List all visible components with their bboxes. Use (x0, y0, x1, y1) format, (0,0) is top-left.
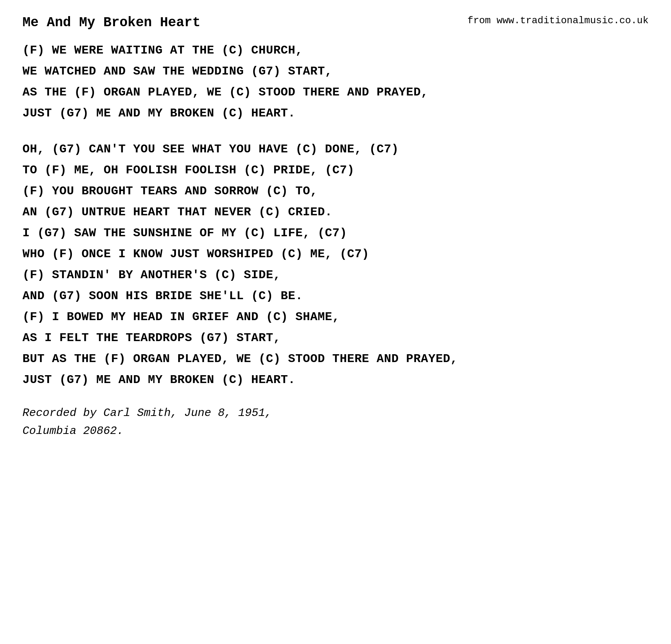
lyric-line: TO (F) ME, OH FOOLISH FOOLISH (C) PRIDE,… (22, 161, 649, 179)
lyric-line: I (G7) SAW THE SUNSHINE OF MY (C) LIFE, … (22, 224, 649, 242)
lyric-line: BUT AS THE (F) ORGAN PLAYED, WE (C) STOO… (22, 350, 649, 368)
lyric-line: WE WATCHED AND SAW THE WEDDING (G7) STAR… (22, 63, 649, 80)
lyric-line: OH, (G7) CAN'T YOU SEE WHAT YOU HAVE (C)… (22, 140, 649, 158)
lyric-line (22, 125, 649, 133)
lyric-line: (F) STANDIN' BY ANOTHER'S (C) SIDE, (22, 266, 649, 284)
recorded-line1: Recorded by Carl Smith, June 8, 1951, (22, 407, 272, 419)
source-url: from www.traditionalmusic.co.uk (467, 15, 649, 26)
song-title: Me And My Broken Heart (22, 15, 200, 30)
lyric-line: (F) YOU BROUGHT TEARS AND SORROW (C) TO, (22, 182, 649, 200)
lyric-line: (F) I BOWED MY HEAD IN GRIEF AND (C) SHA… (22, 308, 649, 326)
page-header: Me And My Broken Heart from www.traditio… (22, 15, 649, 30)
lyric-line: AND (G7) SOON HIS BRIDE SHE'LL (C) BE. (22, 287, 649, 305)
recorded-info: Recorded by Carl Smith, June 8, 1951, Co… (22, 404, 649, 440)
lyric-line: (F) WE WERE WAITING AT THE (C) CHURCH, (22, 42, 649, 60)
lyric-line: AN (G7) UNTRUE HEART THAT NEVER (C) CRIE… (22, 203, 649, 221)
lyric-line: JUST (G7) ME AND MY BROKEN (C) HEART. (22, 104, 649, 122)
lyric-line: WHO (F) ONCE I KNOW JUST WORSHIPED (C) M… (22, 245, 649, 263)
lyric-line: AS THE (F) ORGAN PLAYED, WE (C) STOOD TH… (22, 83, 649, 101)
recorded-line2: Columbia 20862. (22, 425, 124, 437)
lyrics-container: (F) WE WERE WAITING AT THE (C) CHURCH,WE… (22, 42, 649, 389)
lyric-line: AS I FELT THE TEARDROPS (G7) START, (22, 329, 649, 347)
lyric-line: JUST (G7) ME AND MY BROKEN (C) HEART. (22, 371, 649, 389)
